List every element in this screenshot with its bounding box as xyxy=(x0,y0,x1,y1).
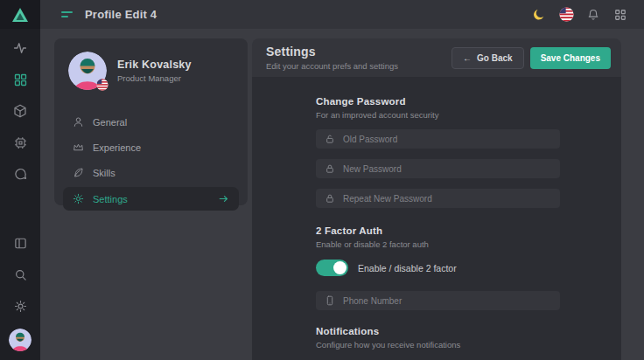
settings-panel-body: Change Password For an improved account … xyxy=(252,77,621,360)
topbar: Profile Edit 4 xyxy=(40,0,644,29)
settings-actions: ← Go Back Save Changes xyxy=(452,47,611,69)
password-fields xyxy=(316,129,560,208)
profile-text: Erik Kovalsky Product Manager xyxy=(117,59,192,83)
menu-toggle-icon[interactable] xyxy=(61,11,73,17)
menu-item-settings[interactable]: Settings xyxy=(63,187,239,211)
new-password-field[interactable] xyxy=(316,159,560,178)
new-password-input[interactable] xyxy=(343,164,551,174)
save-changes-button[interactable]: Save Changes xyxy=(530,47,611,69)
settings-form: Change Password For an improved account … xyxy=(316,96,560,350)
smartphone-icon xyxy=(325,295,335,306)
two-factor-toggle-label: Enable / disable 2 factor xyxy=(358,263,457,273)
profile-name: Erik Kovalsky xyxy=(117,59,192,71)
menu-item-skills[interactable]: Skills xyxy=(63,160,239,185)
lock-icon xyxy=(325,193,335,204)
settings-heading: Settings Edit your account prefs and set… xyxy=(266,45,398,71)
section-subtitle: Enable or disable 2 factor auth xyxy=(316,239,560,249)
menu-item-label: Skills xyxy=(93,168,116,178)
dashboard-icon[interactable] xyxy=(11,71,29,88)
section-title: Notifications xyxy=(316,326,560,336)
unlock-icon xyxy=(325,134,335,144)
moon-icon[interactable] xyxy=(531,7,547,23)
topbar-actions xyxy=(531,7,628,23)
triangle-logo-icon xyxy=(11,7,29,23)
profile-summary: Erik Kovalsky Product Manager xyxy=(63,50,239,90)
profile-role: Product Manager xyxy=(117,73,192,83)
page-title: Profile Edit 4 xyxy=(85,8,157,21)
old-password-input[interactable] xyxy=(343,135,551,144)
repeat-password-input[interactable] xyxy=(343,194,551,204)
change-password-section: Change Password For an improved account … xyxy=(316,96,560,208)
profile-menu: General Experience Skills xyxy=(63,109,239,211)
rail-bottom-group xyxy=(0,234,40,360)
sidebar-rail xyxy=(0,0,40,360)
crown-icon xyxy=(72,142,84,154)
app-window: Profile Edit 4 xyxy=(0,0,644,360)
profile-avatar xyxy=(68,52,107,90)
main-column: Profile Edit 4 xyxy=(40,0,644,360)
cpu-icon[interactable] xyxy=(11,134,29,151)
layout-icon[interactable] xyxy=(11,234,29,252)
feather-icon xyxy=(72,167,84,179)
box-icon[interactable] xyxy=(11,102,29,120)
go-back-label: Go Back xyxy=(477,53,513,63)
chat-icon[interactable] xyxy=(11,165,29,183)
two-factor-toggle[interactable] xyxy=(316,260,348,276)
settings-panel-header: Settings Edit your account prefs and set… xyxy=(252,38,621,77)
settings-subtitle: Edit your account prefs and settings xyxy=(266,61,398,71)
rail-top-group xyxy=(0,29,40,183)
search-icon[interactable] xyxy=(11,266,29,283)
menu-item-label: General xyxy=(93,117,127,128)
two-factor-section: 2 Factor Auth Enable or disable 2 factor… xyxy=(316,225,560,310)
phone-number-input[interactable] xyxy=(343,296,551,306)
menu-item-general[interactable]: General xyxy=(63,109,239,135)
arrow-right-icon xyxy=(218,193,230,205)
menu-item-label: Settings xyxy=(93,194,128,204)
grid-icon[interactable] xyxy=(612,7,628,23)
section-title: Change Password xyxy=(316,96,560,107)
arrow-left-icon: ← xyxy=(463,53,472,63)
gear-icon[interactable] xyxy=(11,297,29,315)
us-flag-icon[interactable] xyxy=(558,7,574,23)
bell-icon[interactable] xyxy=(585,7,601,23)
menu-item-label: Experience xyxy=(93,142,141,153)
profile-menu-card: Erik Kovalsky Product Manager General xyxy=(54,38,248,205)
section-subtitle: Configure how you receive notifications xyxy=(316,340,560,350)
section-title: 2 Factor Auth xyxy=(316,225,560,236)
go-back-button[interactable]: ← Go Back xyxy=(452,47,524,69)
app-logo[interactable] xyxy=(0,0,40,29)
menu-item-experience[interactable]: Experience xyxy=(63,135,239,160)
old-password-field[interactable] xyxy=(316,129,560,149)
two-factor-toggle-row: Enable / disable 2 factor xyxy=(316,260,560,276)
activity-icon[interactable] xyxy=(11,39,29,57)
us-flag-badge-icon xyxy=(96,79,108,91)
phone-number-field[interactable] xyxy=(316,291,560,310)
lock-icon xyxy=(325,163,335,174)
settings-panel: Settings Edit your account prefs and set… xyxy=(252,38,621,360)
content-area: Erik Kovalsky Product Manager General xyxy=(40,29,644,360)
section-subtitle: For an improved account security xyxy=(316,110,560,120)
user-icon xyxy=(72,116,84,128)
settings-title: Settings xyxy=(266,45,398,59)
repeat-password-field[interactable] xyxy=(316,189,560,208)
notifications-section: Notifications Configure how you receive … xyxy=(316,326,560,350)
gear-icon xyxy=(72,193,84,205)
user-avatar[interactable] xyxy=(9,329,32,351)
